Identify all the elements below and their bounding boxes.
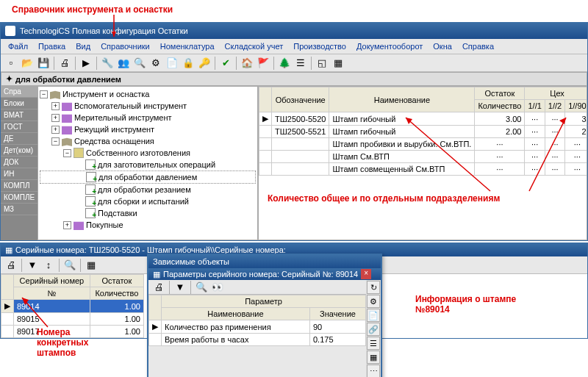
menu-help[interactable]: Справка [458, 40, 498, 52]
table-row[interactable]: Время работы в часах0.175 [149, 334, 366, 346]
run-icon[interactable]: ▶ [79, 56, 93, 71]
sidebar-item[interactable]: Спра [1, 86, 37, 98]
tree-root[interactable]: Инструмент и оснастка [62, 90, 149, 98]
table-row[interactable]: Штамп пробивки и вырубки. См.ВТП.·······… [259, 138, 588, 151]
doc-icon[interactable]: 📄 [367, 309, 380, 322]
col-shop2[interactable]: 1//2 [545, 100, 564, 112]
sidebar-item[interactable]: КОМПЛ [1, 180, 37, 192]
expand-icon[interactable]: + [63, 221, 71, 229]
cascade-icon[interactable]: ◱ [315, 56, 329, 71]
wrench-icon[interactable]: 🔧 [100, 56, 115, 71]
col-balance[interactable]: Остаток [90, 275, 143, 287]
tree-item[interactable]: Средства оснащения [74, 137, 154, 146]
tree-item[interactable]: Подставки [98, 209, 137, 218]
link-icon[interactable]: 🔗 [367, 323, 380, 336]
expand-icon[interactable]: + [51, 102, 60, 110]
sidebar-item[interactable]: ДОК [1, 157, 37, 168]
new-icon[interactable]: ▫ [4, 56, 18, 71]
menu-file[interactable]: Файл [4, 40, 32, 52]
tree-item-selected[interactable]: для обработки давлением [98, 173, 197, 182]
sidebar-item[interactable]: ВМАТ [1, 109, 37, 121]
filter-icon[interactable]: ▼ [173, 280, 187, 295]
expand-icon[interactable]: − [51, 137, 60, 146]
menu-nomenclature[interactable]: Номенклатура [156, 40, 219, 52]
col-qty[interactable]: Количество [475, 100, 525, 112]
print-icon[interactable]: 🖨 [4, 258, 18, 273]
users-icon[interactable]: 👥 [116, 56, 131, 71]
col-balance[interactable]: Остаток [475, 87, 525, 100]
table-row[interactable]: ▶890141.00 [1, 300, 144, 313]
more-icon[interactable]: ⋯ [367, 365, 380, 377]
gear-icon[interactable]: ⚙ [148, 56, 163, 71]
key-icon[interactable]: 🔑 [197, 56, 212, 71]
table-row[interactable]: 890151.00 [1, 313, 144, 326]
grid-icon[interactable]: ▦ [84, 258, 98, 273]
table-row[interactable]: ▶ТШ2500-5520Штамп гибочный3.00······3 [259, 112, 588, 126]
col-param[interactable]: Параметр [162, 295, 366, 308]
expand-icon[interactable]: − [40, 90, 48, 98]
tree-item[interactable]: Собственного изготовления [86, 148, 190, 157]
main-grid[interactable]: Обозначение Наименование Остаток Цех Кол… [258, 86, 587, 240]
col-serial[interactable]: Серийный номер [14, 275, 90, 287]
tree-item[interactable]: Вспомогательный инструмент [74, 101, 187, 110]
open-icon[interactable]: 📂 [20, 56, 35, 71]
list-icon[interactable]: ☰ [293, 56, 308, 71]
sidebar-item[interactable]: Блоки [1, 98, 37, 109]
binoculars-icon[interactable]: 👀 [210, 280, 225, 295]
tree-item[interactable]: Покупные [86, 220, 123, 229]
table-row[interactable]: ТШ2500-5521Штамп гибочный2.00······2 [259, 126, 588, 138]
col-shop90[interactable]: 1//90 [565, 100, 587, 112]
col-shop1[interactable]: 1//1 [525, 100, 545, 112]
tree-panel[interactable]: −Инструмент и оснастка +Вспомогательный … [37, 86, 258, 240]
save-icon[interactable]: 💾 [36, 56, 51, 71]
sidebar-item[interactable]: КОМПЛЕ [1, 192, 37, 204]
expand-icon[interactable]: + [51, 126, 60, 134]
find-icon[interactable]: 🔍 [62, 258, 77, 273]
gear-icon[interactable]: ⚙ [367, 295, 380, 308]
menu-view[interactable]: Вид [71, 40, 95, 52]
menu-windows[interactable]: Окна [429, 40, 456, 52]
table-row[interactable]: ▶Количество раз применения90 [149, 320, 366, 334]
tile-icon[interactable]: ▦ [331, 56, 345, 71]
param-grid[interactable]: Параметр НаименованиеЗначение ▶Количеств… [148, 295, 366, 346]
check-icon[interactable]: ✔ [218, 56, 233, 71]
col-designation[interactable]: Обозначение [272, 87, 329, 112]
print-icon[interactable]: 🖨 [151, 280, 166, 295]
table-row[interactable]: Штамп См.ВТП············ [259, 151, 588, 163]
col-name[interactable]: Наименование [329, 87, 475, 112]
tree-item[interactable]: Мерительный инструмент [74, 113, 172, 122]
tree-item[interactable]: для заготовительных операций [98, 160, 215, 169]
sidebar-item[interactable]: ГОСТ [1, 121, 37, 133]
tree-item[interactable]: для сборки и испытаний [98, 197, 189, 206]
table-row[interactable]: Штамп совмещенный См.ВТП············ [259, 163, 588, 176]
find-icon[interactable]: 🔍 [132, 56, 147, 71]
menu-production[interactable]: Производство [289, 40, 351, 52]
col-name[interactable]: Наименование [162, 308, 310, 320]
grid-icon[interactable]: ▦ [367, 351, 380, 364]
filter-icon[interactable]: ▼ [25, 258, 40, 273]
col-qty[interactable]: Количество [90, 287, 143, 300]
expand-icon[interactable]: + [51, 114, 60, 122]
sidebar-item[interactable]: Дет(ком) [1, 145, 37, 157]
tree-item[interactable]: для обработки резанием [98, 185, 191, 194]
dependent-window[interactable]: Зависимые объекты ▦ Параметры серийного … [147, 254, 382, 377]
print-icon[interactable]: 🖨 [57, 56, 72, 71]
col-no[interactable]: № [14, 287, 90, 300]
list-icon[interactable]: ☰ [367, 337, 380, 350]
expand-icon[interactable]: − [63, 149, 71, 157]
menu-reference[interactable]: Справочники [96, 40, 154, 52]
sidebar-item[interactable]: М3 [1, 204, 37, 215]
house-icon[interactable]: 🏠 [240, 56, 254, 71]
menu-edit[interactable]: Правка [34, 40, 70, 52]
menu-docs[interactable]: Документооборот [352, 40, 427, 52]
col-shop[interactable]: Цех [525, 87, 587, 100]
table-row[interactable]: 890171.00 [1, 326, 144, 338]
tree-item[interactable]: Режущий инструмент [74, 125, 154, 134]
tree-icon[interactable]: 🌲 [277, 56, 292, 71]
sidebar-item[interactable]: ИН [1, 168, 37, 180]
flag-icon[interactable]: 🚩 [256, 56, 270, 71]
sort-icon[interactable]: ↕ [41, 258, 56, 273]
col-value[interactable]: Значение [310, 308, 366, 320]
lock-icon[interactable]: 🔒 [181, 56, 196, 71]
doc-icon[interactable]: 📄 [165, 56, 179, 71]
